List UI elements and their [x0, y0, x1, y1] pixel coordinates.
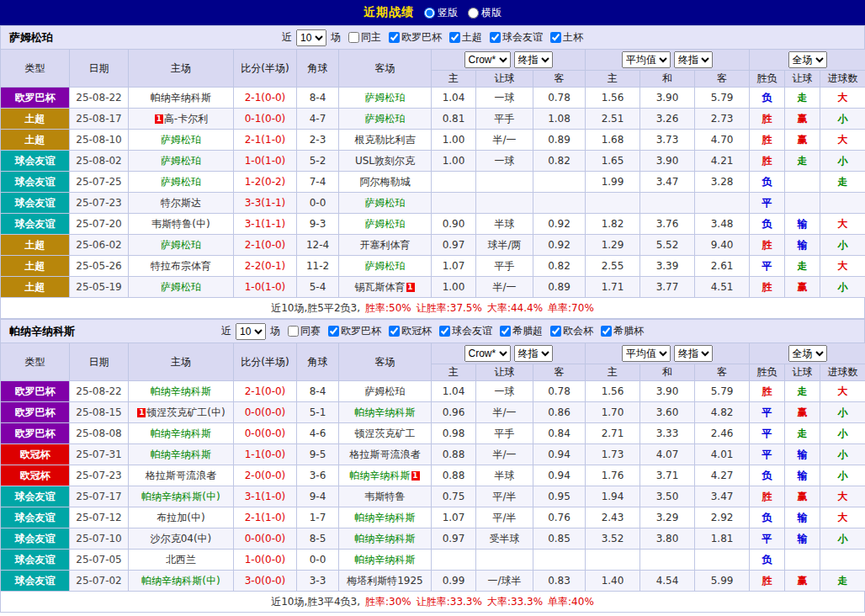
league-checkbox[interactable]	[389, 32, 400, 43]
league-label: 欧罗巴杯	[341, 324, 381, 338]
column-header: 类型	[1, 50, 70, 88]
column-header: 角球	[297, 50, 339, 88]
result-cell: 胜	[750, 235, 785, 256]
odds-away-cell: 0.89	[533, 277, 586, 298]
vertical-radio[interactable]	[424, 8, 435, 19]
league-checkbox[interactable]	[490, 32, 501, 43]
league-filter: 土超	[449, 30, 482, 45]
summary-part: 胜率:30%	[365, 595, 411, 609]
bookmaker-select[interactable]: Crow*	[464, 345, 511, 362]
league-checkbox[interactable]	[389, 326, 400, 337]
league-filter: 希腊杯	[601, 324, 644, 338]
avg-draw-cell: 3.80	[640, 528, 695, 550]
handicap-result-cell	[785, 172, 820, 193]
match-row: 土超25-06-02萨姆松珀2-1(0-0)12-4开塞利体育0.97球半/两0…	[1, 235, 865, 256]
league-checkbox[interactable]	[500, 326, 511, 337]
match-count-select[interactable]: 10	[236, 323, 266, 340]
date-cell: 25-07-20	[70, 214, 129, 235]
league-label: 欧罗巴杯	[401, 30, 442, 45]
score-cell: 1-0(0-0)	[234, 550, 297, 571]
column-subheader: 主	[432, 71, 476, 88]
odds-home-cell: 0.90	[432, 214, 476, 235]
date-cell: 25-08-15	[70, 402, 129, 423]
league-cell: 球会友谊	[1, 528, 70, 550]
corner-cell: 5-2	[297, 151, 339, 172]
goals-result-cell: 大	[820, 130, 865, 151]
league-checkbox[interactable]	[550, 32, 561, 43]
handicap-result-cell	[785, 193, 820, 214]
avg-away-cell: 1.81	[695, 528, 750, 550]
horizontal-radio[interactable]	[468, 8, 479, 19]
home-team-cell: 布拉加(中)	[129, 507, 234, 528]
goals-result-cell: 小	[820, 235, 865, 256]
match-row: 土超25-05-26特拉布宗体育2-2(0-1)11-2萨姆松珀1.07平手0.…	[1, 256, 865, 277]
league-label: 希腊杯	[613, 324, 644, 338]
average-select[interactable]: 平均值	[622, 51, 671, 68]
league-cell: 球会友谊	[1, 507, 70, 528]
away-team-cell: USL敦刻尔克	[339, 151, 432, 172]
team-label: 萨姆松珀	[161, 281, 201, 293]
handicap-result-cell: 赢	[785, 130, 820, 151]
home-team-cell: 萨姆松珀	[129, 151, 234, 172]
avg-away-cell: 5.79	[695, 88, 750, 109]
match-count-select[interactable]: 10	[296, 29, 326, 46]
average-stage-select[interactable]: 终指	[674, 51, 713, 68]
team-label: 萨姆松珀	[161, 239, 201, 251]
avg-draw-cell: 3.71	[640, 465, 695, 486]
summary-row: 近10场,胜3平4负3,胜率:30%让胜率:33.3%大率:33.3%单率:40…	[0, 592, 865, 613]
home-team-cell: 格拉斯哥流浪者	[129, 465, 234, 486]
odds-home-cell: 0.88	[432, 465, 476, 486]
league-checkbox[interactable]	[550, 326, 561, 337]
away-team-cell: 萨姆松珀	[339, 381, 432, 402]
same-checkbox[interactable]	[348, 32, 359, 43]
average-select[interactable]: 平均值	[622, 345, 671, 362]
odds-home-cell: 1.00	[432, 151, 476, 172]
scope-select[interactable]: 全场	[788, 51, 827, 68]
column-subheader: 客	[533, 71, 586, 88]
corner-cell: 4-6	[297, 423, 339, 444]
league-filter: 土杯	[550, 30, 583, 45]
league-label: 欧冠杯	[401, 324, 432, 338]
team-label: USL敦刻尔克	[355, 155, 415, 167]
goals-result-cell: 小	[820, 151, 865, 172]
league-checkbox[interactable]	[439, 326, 450, 337]
home-team-cell: 帕纳辛纳科斯	[129, 423, 234, 444]
column-subheader: 主	[432, 364, 476, 381]
league-checkbox[interactable]	[601, 326, 612, 337]
result-cell: 胜	[750, 381, 785, 402]
handicap-result-cell: 输	[785, 528, 820, 550]
league-filter: 欧会杯	[550, 324, 593, 338]
scope-select[interactable]: 全场	[788, 345, 827, 362]
odds-away-cell: 0.92	[533, 214, 586, 235]
home-team-cell: 帕纳辛纳科斯	[129, 444, 234, 465]
odds-handicap-cell: 半/一	[476, 130, 533, 151]
date-cell: 25-07-02	[70, 571, 129, 592]
avg-away-cell: 4.27	[695, 465, 750, 486]
goals-result-cell: 小	[820, 465, 865, 486]
red-card-badge: 1	[137, 408, 146, 417]
result-cell: 负	[750, 507, 785, 528]
average-header: 平均值终指	[586, 50, 750, 71]
league-checkbox[interactable]	[328, 326, 339, 337]
average-stage-select[interactable]: 终指	[674, 345, 713, 362]
filter-bar: 近10场同赛欧罗巴杯欧冠杯球会友谊希腊超欧会杯希腊杯	[85, 323, 864, 340]
bookmaker-stage-select[interactable]: 终指	[514, 51, 553, 68]
date-cell: 25-07-23	[70, 465, 129, 486]
team-label: 特尔斯达	[161, 197, 201, 209]
goals-result-cell: 走	[820, 571, 865, 592]
odds-away-cell: 0.94	[533, 444, 586, 465]
result-cell: 负	[750, 550, 785, 571]
league-checkbox[interactable]	[449, 32, 460, 43]
same-checkbox[interactable]	[288, 326, 299, 337]
goals-result-cell: 小	[820, 277, 865, 298]
team-label: 顿涅茨克矿工	[355, 427, 416, 439]
summary-part: 大率:33.3%	[487, 595, 543, 609]
odds-handicap-cell: 半球	[476, 214, 533, 235]
away-team-cell: 帕纳辛纳科斯	[339, 507, 432, 528]
page-title: 近期战绩	[364, 5, 414, 20]
bookmaker-stage-select[interactable]: 终指	[514, 345, 553, 362]
handicap-result-cell: 走	[785, 381, 820, 402]
league-cell: 球会友谊	[1, 550, 70, 571]
bookmaker-select[interactable]: Crow*	[464, 51, 511, 68]
team-label: 帕纳辛纳科斯	[151, 385, 211, 397]
